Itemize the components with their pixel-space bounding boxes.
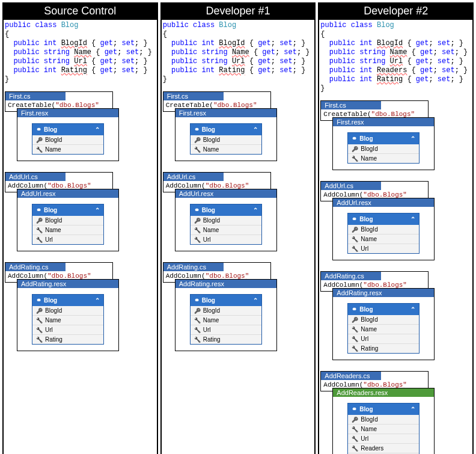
entity-diagram: BlogBlogIdNameUrlRating bbox=[347, 303, 420, 354]
entity-field-row: Url bbox=[32, 325, 103, 334]
entity-field-row: BlogId bbox=[348, 415, 419, 424]
entity-name: Blog bbox=[44, 297, 57, 304]
wrench-icon bbox=[352, 245, 358, 252]
resx-file-tab: AddUrl.resx bbox=[17, 189, 118, 198]
entity-name: Blog bbox=[202, 297, 215, 304]
cs-file-tab: First.cs bbox=[5, 92, 66, 100]
link-icon bbox=[194, 296, 200, 304]
resx-file-tab: First.resx bbox=[17, 109, 118, 117]
key-icon bbox=[352, 316, 358, 323]
wrench-icon bbox=[352, 445, 358, 452]
field-name: Name bbox=[203, 146, 219, 153]
field-name: Name bbox=[361, 426, 377, 432]
field-name: Url bbox=[45, 236, 53, 243]
resx-file-tab: AddReaders.resx bbox=[333, 388, 434, 397]
entity-field-row: Url bbox=[348, 244, 419, 253]
wrench-icon bbox=[36, 146, 43, 153]
resx-file: AddReaders.resxBlogBlogIdNameUrlReadersR… bbox=[332, 388, 435, 454]
entity-fields: BlogIdNameUrlRating bbox=[348, 315, 419, 353]
entity-fields: BlogIdNameUrl bbox=[32, 216, 103, 244]
field-name: Name bbox=[361, 326, 377, 333]
migrations-sc: First.csCreateTable("dbo.Blogs"First.res… bbox=[4, 91, 157, 351]
entity-fields: BlogIdNameUrlRating bbox=[32, 306, 103, 344]
field-name: BlogId bbox=[45, 137, 62, 143]
chevron-up-icon bbox=[253, 207, 258, 213]
resx-file-tab: AddRating.resx bbox=[17, 280, 118, 288]
entity-field-row: Readers bbox=[348, 443, 419, 453]
resx-file: First.resxBlogBlogIdName bbox=[175, 108, 277, 161]
entity-field-row: Url bbox=[191, 325, 261, 334]
wrench-icon bbox=[352, 336, 358, 342]
key-icon bbox=[352, 226, 358, 233]
resx-body: BlogBlogIdNameUrl bbox=[333, 207, 434, 260]
entity-name: Blog bbox=[202, 207, 215, 213]
entity-diagram: BlogBlogIdNameUrl bbox=[32, 204, 104, 245]
entity-header: Blog bbox=[32, 204, 103, 216]
cs-file-tab: AddUrl.cs bbox=[321, 182, 381, 190]
entity-name: Blog bbox=[359, 306, 373, 313]
key-icon bbox=[194, 137, 201, 143]
entity-fields: BlogIdNameUrl bbox=[191, 216, 261, 244]
cs-file-tab: AddRating.cs bbox=[321, 272, 381, 280]
chevron-up-icon bbox=[410, 406, 415, 413]
wrench-icon bbox=[36, 327, 43, 333]
wrench-icon bbox=[194, 317, 201, 324]
cs-file-tab: First.cs bbox=[163, 92, 224, 100]
resx-body: BlogBlogIdNameUrlReadersRating bbox=[333, 397, 434, 454]
wrench-icon bbox=[194, 327, 201, 333]
col-header: Developer #2 bbox=[319, 4, 472, 20]
entity-field-row: Name bbox=[32, 144, 103, 154]
resx-file-tab: AddRating.resx bbox=[333, 289, 434, 297]
col-source-control: Source Control public class Blog { publi… bbox=[2, 2, 158, 454]
field-name: Url bbox=[203, 236, 211, 243]
col-dev-1: Developer #1 public class Blog { public … bbox=[160, 2, 316, 454]
entity-fields: BlogIdNameUrlRating bbox=[191, 306, 261, 344]
entity-field-row: Name bbox=[348, 234, 419, 244]
entity-diagram: BlogBlogIdName bbox=[190, 123, 262, 155]
field-name: BlogId bbox=[203, 217, 220, 224]
link-icon bbox=[36, 206, 41, 214]
key-icon bbox=[194, 217, 201, 224]
link-icon bbox=[352, 405, 357, 413]
resx-body: BlogBlogIdName bbox=[175, 117, 276, 161]
field-name: Rating bbox=[361, 345, 378, 352]
migration-group: AddRating.csAddColumn("dbo.Blogs"AddRati… bbox=[319, 271, 472, 360]
entity-field-row: BlogId bbox=[191, 135, 261, 144]
entity-name: Blog bbox=[359, 406, 373, 413]
field-name: Url bbox=[45, 327, 53, 333]
entity-header: Blog bbox=[191, 124, 261, 135]
field-name: BlogId bbox=[45, 217, 62, 224]
wrench-icon bbox=[36, 336, 43, 343]
field-name: Url bbox=[361, 336, 368, 342]
resx-file: AddUrl.resxBlogBlogIdNameUrl bbox=[175, 189, 277, 251]
wrench-icon bbox=[352, 426, 358, 432]
entity-header: Blog bbox=[191, 295, 261, 306]
field-name: Name bbox=[361, 236, 377, 242]
entity-diagram: BlogBlogIdNameUrlRating bbox=[190, 294, 262, 345]
entity-header: Blog bbox=[348, 213, 419, 225]
field-name: BlogId bbox=[45, 307, 62, 314]
chevron-up-icon bbox=[410, 216, 415, 222]
entity-field-row: BlogId bbox=[348, 144, 419, 153]
field-name: BlogId bbox=[203, 307, 220, 314]
migration-group: AddRating.csAddColumn("dbo.Blogs"AddRati… bbox=[4, 262, 157, 351]
entity-header: Blog bbox=[32, 295, 103, 306]
resx-file: AddRating.resxBlogBlogIdNameUrlRating bbox=[332, 288, 435, 360]
migration-group: First.csCreateTable("dbo.Blogs"First.res… bbox=[4, 91, 157, 161]
wrench-icon bbox=[36, 227, 43, 233]
code-block-d1: public class Blog { public int BlogId { … bbox=[162, 20, 315, 88]
entity-field-row: Name bbox=[348, 324, 419, 334]
entity-header: Blog bbox=[348, 403, 419, 415]
resx-file-tab: First.resx bbox=[175, 109, 276, 117]
field-name: Name bbox=[203, 227, 219, 233]
key-icon bbox=[352, 416, 358, 423]
wrench-icon bbox=[194, 236, 201, 243]
link-icon bbox=[194, 126, 200, 133]
wrench-icon bbox=[194, 146, 201, 153]
resx-file: AddUrl.resxBlogBlogIdNameUrl bbox=[17, 189, 119, 251]
field-name: BlogId bbox=[361, 316, 377, 323]
chevron-up-icon bbox=[253, 126, 258, 133]
link-icon bbox=[194, 206, 200, 214]
entity-header: Blog bbox=[348, 133, 419, 144]
wrench-icon bbox=[352, 326, 358, 333]
